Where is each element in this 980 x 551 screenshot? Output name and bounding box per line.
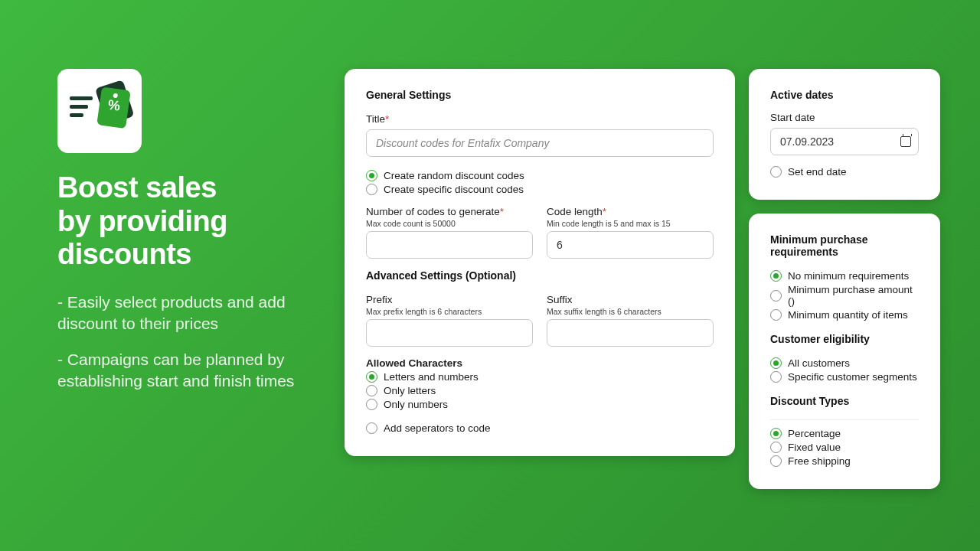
app-logo [57,69,142,153]
radio-label: Only numbers [384,399,448,410]
radio-icon [770,166,782,178]
radio-label: Create random discount codes [384,170,524,181]
radio-free-shipping[interactable]: Free shipping [770,455,919,467]
radio-label: Only letters [384,385,436,396]
radio-label: Minimum purchase amount () [788,284,919,307]
suffix-hint: Max suffix length is 6 characters [547,307,714,316]
radio-icon [770,309,782,321]
requirements-card: Minimum purchase requirements No minimum… [749,214,940,489]
hero-bullet-2: - Campaigns can be planned by establishi… [57,349,318,393]
radio-set-end-date[interactable]: Set end date [770,166,919,178]
radio-icon [366,422,377,434]
radio-icon [366,371,377,383]
title-label: Title* [366,113,714,125]
radio-label: No minimum requirements [788,270,909,282]
num-codes-input[interactable] [366,231,533,259]
code-length-hint: Min code length is 5 and max is 15 [547,219,714,228]
radio-icon [770,270,782,282]
purchase-heading: Minimum purchase requirements [770,233,919,258]
radio-letters-numbers[interactable]: Letters and numbers [366,371,714,383]
radio-icon [366,170,377,181]
title-input[interactable] [366,129,714,157]
radio-add-separators[interactable]: Add seperators to code [366,422,714,434]
dates-heading: Active dates [770,89,919,101]
logo-lines-icon [70,96,96,122]
num-codes-label: Number of codes to generate* [366,206,533,217]
radio-label: Create specific discount codes [384,184,524,195]
divider [770,419,919,420]
radio-percentage[interactable]: Percentage [770,428,919,439]
radio-icon [770,442,782,453]
start-date-input[interactable] [770,128,919,155]
radio-label: Minimum quantity of items [788,309,908,321]
radio-only-numbers[interactable]: Only numbers [366,399,714,410]
radio-icon [770,455,782,467]
tag-percent-icon [96,86,131,129]
advanced-heading: Advanced Settings (Optional) [366,269,714,282]
radio-label: Set end date [788,166,847,178]
prefix-input[interactable] [366,319,533,347]
eligibility-heading: Customer eligibility [770,333,919,345]
radio-label: Specific customer segments [788,371,917,383]
radio-label: Percentage [788,428,841,439]
radio-icon [366,184,377,195]
radio-icon [366,399,377,410]
code-length-label: Code length* [547,206,714,217]
prefix-hint: Max prefix length is 6 characters [366,307,533,316]
form-column: General Settings Title* Create random di… [345,69,940,520]
radio-fixed-value[interactable]: Fixed value [770,442,919,453]
radio-customer-segments[interactable]: Specific customer segments [770,371,919,383]
radio-label: Letters and numbers [384,371,479,383]
allowed-chars-heading: Allowed Characters [366,357,714,369]
code-params-row: Number of codes to generate* Max code co… [366,206,714,259]
general-settings-card: General Settings Title* Create random di… [345,69,735,456]
page: Boost sales by providing discounts - Eas… [0,0,980,551]
active-dates-card: Active dates Start date Set end date [749,69,940,200]
hero-bullet-1: - Easily select products and add discoun… [57,292,318,335]
radio-label: Fixed value [788,442,841,453]
required-asterisk: * [385,113,389,125]
side-cards: Active dates Start date Set end date Min… [749,69,940,489]
radio-icon [770,371,782,383]
discount-types-heading: Discount Types [770,395,919,407]
suffix-input[interactable] [547,319,714,347]
radio-only-letters[interactable]: Only letters [366,385,714,396]
suffix-label: Suffix [547,294,714,305]
title-label-text: Title [366,113,385,125]
num-codes-hint: Max code count is 50000 [366,219,533,228]
radio-min-amount[interactable]: Minimum purchase amount () [770,284,919,307]
prefix-label: Prefix [366,294,533,305]
radio-icon [770,357,782,369]
radio-create-specific[interactable]: Create specific discount codes [366,184,714,195]
radio-min-qty[interactable]: Minimum quantity of items [770,309,919,321]
prefix-suffix-row: Prefix Max prefix length is 6 characters… [366,294,714,347]
radio-no-min[interactable]: No minimum requirements [770,270,919,282]
hero-headline: Boost sales by providing discounts [57,171,318,272]
radio-icon [770,428,782,439]
calendar-icon [900,136,911,147]
radio-icon [770,290,782,302]
radio-label: All customers [788,357,850,369]
radio-all-customers[interactable]: All customers [770,357,919,369]
start-date-label: Start date [770,112,919,123]
marketing-column: Boost sales by providing discounts - Eas… [57,69,318,520]
radio-label: Free shipping [788,455,851,467]
general-heading: General Settings [366,89,714,101]
radio-icon [366,385,377,396]
radio-create-random[interactable]: Create random discount codes [366,170,714,181]
code-length-input[interactable] [547,231,714,259]
radio-label: Add seperators to code [384,422,491,434]
